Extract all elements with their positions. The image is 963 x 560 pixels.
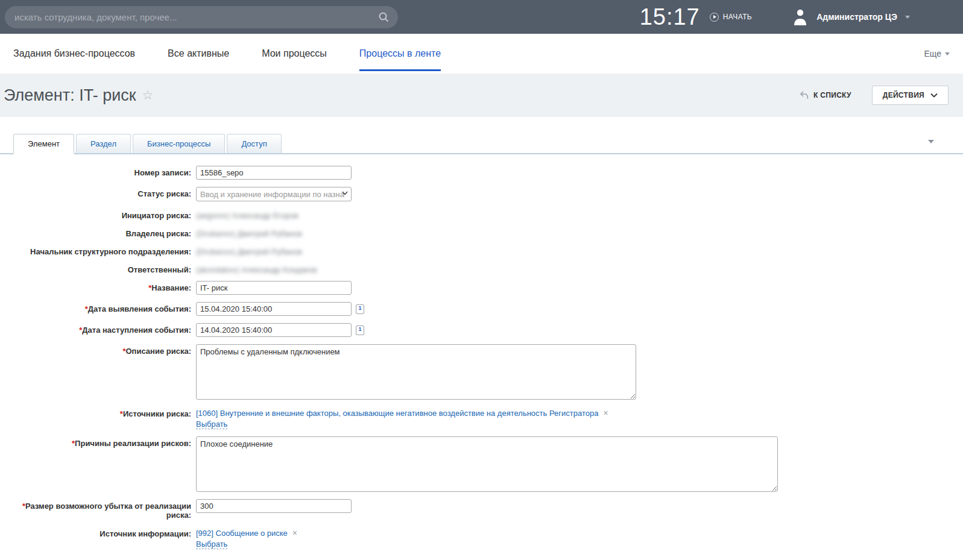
loss-amount-input[interactable]	[196, 499, 352, 513]
user-name: Администратор ЦЭ	[816, 12, 897, 22]
remove-icon[interactable]: ×	[603, 408, 608, 418]
form-row: *Дата наступления события: 1	[0, 323, 963, 337]
form-row: *Размер возможного убытка от реализации …	[0, 499, 963, 520]
search-icon[interactable]	[378, 11, 390, 23]
field-label: *Дата наступления события:	[0, 323, 196, 335]
back-to-list-button[interactable]: К СПИСКУ	[800, 91, 851, 99]
calendar-icon[interactable]: 1	[356, 326, 364, 335]
more-label: Еще	[924, 49, 942, 58]
form-row: Номер записи:	[0, 166, 963, 180]
field-label: *Причины реализации рисков:	[0, 436, 196, 448]
field-label: *Размер возможного убытка от реализации …	[0, 499, 196, 520]
tab-access[interactable]: Доступ	[227, 134, 281, 153]
tabs-settings-caret-icon[interactable]	[928, 140, 934, 143]
owner-value: (Drubanov) Дмитрий Рубанов	[196, 227, 302, 238]
form-row: Начальник структурного подразделения: (D…	[0, 245, 963, 256]
field-label: *Описание риска:	[0, 344, 196, 356]
risk-source-link[interactable]: [1060] Внутренние и внешние факторы, ока…	[196, 409, 598, 418]
start-label: НАЧАТЬ	[723, 13, 752, 21]
form-row: Инициатор риска: (aegorov) Александр Его…	[0, 209, 963, 220]
favorite-star-icon[interactable]: ☆	[142, 88, 154, 102]
risk-status-select[interactable]: Ввод и хранение информации по назна	[196, 187, 352, 201]
main-nav: Задания бизнес-процессов Все активные Мо…	[0, 34, 963, 74]
worktime-clock[interactable]: 15:17	[640, 5, 700, 28]
chevron-down-icon	[342, 191, 348, 195]
form-row: Источник информации: [992] Сообщение о р…	[0, 527, 963, 549]
field-label: Ответственный:	[0, 263, 196, 274]
nav-my-processes[interactable]: Мои процессы	[262, 34, 327, 74]
detail-tabs: Элемент Раздел Бизнес-процессы Доступ	[0, 134, 963, 154]
name-input[interactable]	[196, 281, 352, 295]
avatar	[792, 8, 809, 26]
form-row: *Источники риска: [1060] Внутренние и вн…	[0, 407, 963, 429]
top-bar: 15:17 НАЧАТЬ Администратор ЦЭ	[0, 0, 963, 34]
field-label: *Дата выявления события:	[0, 302, 196, 313]
nav-processes-feed[interactable]: Процессы в ленте	[359, 34, 441, 74]
start-workday-button[interactable]: НАЧАТЬ	[710, 13, 752, 22]
form-row: Ответственный: (akondakov) Александр Кон…	[0, 263, 963, 274]
record-number-input[interactable]	[196, 166, 352, 180]
description-textarea[interactable]: Проблемы с удаленным пдключением	[196, 344, 636, 400]
tab-element[interactable]: Элемент	[13, 134, 74, 154]
nav-all-active[interactable]: Все активные	[168, 34, 229, 74]
choose-info-source-link[interactable]: Выбрать	[196, 540, 227, 549]
field-label: *Источники риска:	[0, 407, 196, 418]
form-row: *Причины реализации рисков: Плохое соеди…	[0, 436, 963, 492]
page-title: Элемент: IT- риск	[4, 86, 136, 105]
field-label: Владелец риска:	[0, 227, 196, 238]
back-label: К СПИСКУ	[813, 91, 851, 99]
initiator-value: (aegorov) Александр Егоров	[196, 209, 298, 220]
search-input[interactable]	[14, 12, 378, 22]
chevron-down-icon	[905, 16, 910, 19]
calendar-icon[interactable]: 1	[356, 304, 364, 314]
remove-icon[interactable]: ×	[292, 528, 297, 538]
tab-business-processes[interactable]: Бизнес-процессы	[133, 134, 225, 153]
actions-button[interactable]: ДЕЙСТВИЯ	[872, 86, 949, 105]
page-header: Элемент: IT- риск ☆ К СПИСКУ ДЕЙСТВИЯ	[0, 74, 963, 117]
nav-more-button[interactable]: Еще	[924, 34, 950, 74]
chevron-down-icon	[945, 52, 950, 55]
field-label: Источник информации:	[0, 527, 196, 538]
global-search[interactable]	[5, 6, 398, 28]
element-form: Номер записи: Статус риска: Ввод и хране…	[0, 154, 963, 549]
field-label: Инициатор риска:	[0, 209, 196, 220]
user-menu[interactable]: Администратор ЦЭ	[792, 8, 910, 26]
choose-source-link[interactable]: Выбрать	[196, 420, 227, 429]
responsible-value: (akondakov) Александр Кондаков	[196, 263, 317, 274]
form-row: Статус риска: Ввод и хранение информации…	[0, 187, 963, 201]
tab-section[interactable]: Раздел	[76, 134, 131, 153]
field-label: Начальник структурного подразделения:	[0, 245, 196, 256]
info-source-link[interactable]: [992] Сообщение о риске	[196, 529, 288, 538]
form-row: *Название:	[0, 281, 963, 295]
back-arrow-icon	[800, 91, 809, 99]
field-label: Номер записи:	[0, 166, 196, 177]
form-row: Владелец риска: (Drubanov) Дмитрий Рубан…	[0, 227, 963, 238]
chevron-down-icon	[930, 93, 938, 98]
nav-bp-tasks[interactable]: Задания бизнес-процессов	[13, 34, 135, 74]
detect-date-input[interactable]	[196, 302, 352, 316]
actions-label: ДЕЙСТВИЯ	[883, 91, 924, 99]
play-icon	[710, 13, 719, 22]
field-label: Статус риска:	[0, 187, 196, 198]
form-row: *Описание риска: Проблемы с удаленным пд…	[0, 344, 963, 400]
department-head-value: (Drubanov) Дмитрий Рубанов	[196, 245, 302, 256]
causes-textarea[interactable]: Плохое соединение	[196, 436, 778, 492]
form-row: *Дата выявления события: 1	[0, 302, 963, 316]
occur-date-input[interactable]	[196, 323, 352, 337]
field-label: *Название:	[0, 281, 196, 292]
